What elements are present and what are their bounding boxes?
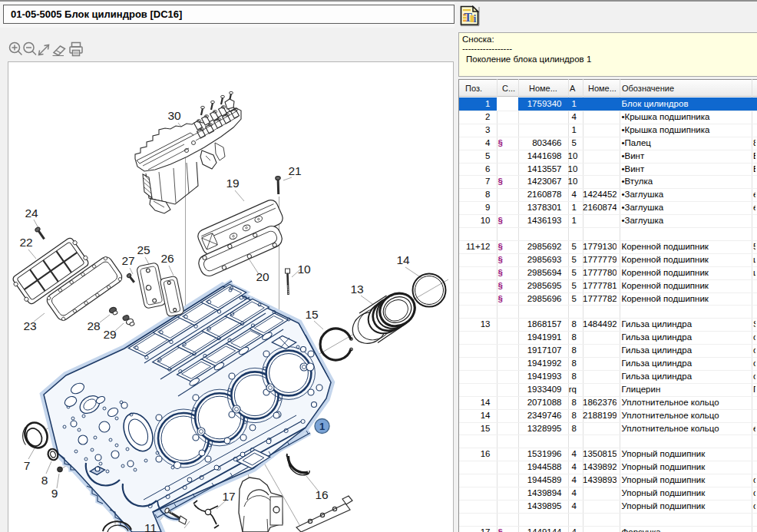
svg-text:26: 26	[160, 252, 174, 265]
svg-text:22: 22	[19, 236, 32, 249]
svg-text:15: 15	[305, 308, 318, 321]
svg-text:28: 28	[87, 319, 100, 332]
svg-text:i: i	[474, 13, 477, 25]
svg-text:13: 13	[350, 283, 363, 296]
svg-text:20: 20	[256, 270, 269, 283]
svg-text:14: 14	[396, 253, 410, 266]
svg-text:T: T	[464, 11, 472, 24]
svg-text:24: 24	[25, 207, 38, 220]
svg-text:16: 16	[315, 488, 328, 501]
svg-text:25: 25	[137, 243, 150, 256]
svg-text:23: 23	[23, 319, 36, 332]
svg-text:27: 27	[121, 254, 134, 267]
svg-text:9: 9	[51, 487, 58, 500]
svg-text:1: 1	[319, 421, 325, 432]
svg-text:21: 21	[288, 164, 301, 177]
svg-text:7: 7	[24, 459, 31, 472]
svg-text:17: 17	[222, 490, 235, 503]
svg-text:8: 8	[41, 474, 48, 487]
svg-text:10: 10	[297, 263, 311, 276]
svg-text:29: 29	[103, 328, 116, 341]
svg-text:11: 11	[144, 521, 157, 532]
svg-text:30: 30	[167, 109, 181, 122]
svg-text:19: 19	[226, 177, 239, 190]
